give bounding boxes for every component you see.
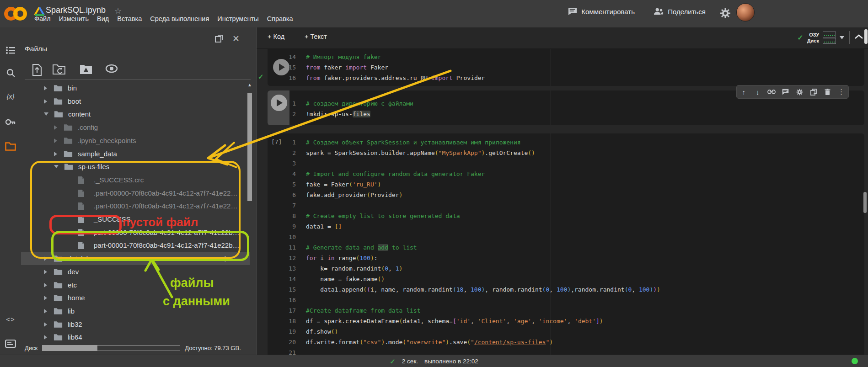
code-line-7[interactable]: 7 — [268, 200, 864, 211]
cell-code[interactable]: 14# Импорт модуля faker15from faker impo… — [268, 52, 864, 83]
tree-row-datalab[interactable]: datalab⋮ — [21, 252, 250, 265]
files-icon[interactable] — [4, 140, 17, 153]
variables-icon[interactable]: {x} — [4, 90, 17, 102]
tree-row-part-00001-70f8c0ab-4c91-4c12-a7f7-41e22b[interactable]: part-00001-70f8c0ab-4c91-4c12-a7f7-41e22… — [21, 239, 250, 252]
settings-gear-icon[interactable] — [720, 8, 731, 19]
toc-icon[interactable] — [4, 44, 17, 57]
code-line-14[interactable]: 14# Импорт модуля faker — [268, 52, 864, 62]
code-line-10[interactable]: 10 — [268, 232, 864, 242]
tree-row-bin[interactable]: bin — [21, 81, 250, 95]
cell-code[interactable]: 1# Создаем объект SparkSession и устанав… — [268, 137, 864, 358]
move-cell-up-icon[interactable]: ↑ — [739, 87, 749, 97]
expand-arrow-icon[interactable] — [44, 86, 47, 90]
menu-среда-выполнения[interactable]: Среда выполнения — [146, 13, 213, 24]
avatar[interactable] — [736, 3, 755, 21]
code-line-11[interactable]: 11# Generate data and add to list — [268, 242, 864, 253]
code-line-16[interactable]: 16from faker.providers.address.ru_RU imp… — [268, 73, 864, 83]
code-line-15[interactable]: 15 data1.append((i, name, random.randint… — [268, 284, 864, 295]
notebook-scrollbar-thumb[interactable] — [864, 29, 868, 44]
add-code-button[interactable]: + Код — [268, 33, 284, 40]
mount-drive-icon[interactable] — [80, 64, 91, 76]
expand-arrow-icon[interactable] — [44, 322, 47, 327]
code-line-17[interactable]: 17#Create dataframe from data list — [268, 305, 864, 316]
expand-arrow-icon[interactable] — [44, 335, 47, 340]
tree-row-lib[interactable]: lib — [21, 304, 250, 318]
delete-cell-icon[interactable] — [822, 87, 832, 97]
expand-arrow-icon[interactable] — [44, 99, 47, 104]
code-line-1[interactable]: 1# создаем директорию с файлами — [268, 98, 864, 109]
cell-scrollbar-thumb[interactable] — [863, 192, 867, 213]
code-cell-imports[interactable]: ✓ 14# Импорт модуля faker15from faker im… — [268, 49, 864, 86]
code-line-12[interactable]: 12for i in range(100): — [268, 253, 864, 263]
cell-settings-gear-icon[interactable] — [794, 87, 804, 97]
expand-arrow-icon[interactable] — [54, 152, 57, 156]
search-icon[interactable] — [4, 66, 17, 79]
code-line-3[interactable]: 3 — [268, 158, 864, 169]
link-cell-icon[interactable] — [766, 87, 777, 97]
expand-arrow-icon[interactable] — [54, 138, 57, 143]
menu-вставка[interactable]: Вставка — [113, 13, 146, 24]
expand-arrow-icon[interactable] — [44, 256, 47, 261]
more-vert-icon[interactable]: ⋮ — [222, 255, 229, 263]
code-snippets-icon[interactable]: <> — [4, 313, 17, 325]
code-line-18[interactable]: 18df = spark.createDataFrame(data1, sche… — [268, 316, 864, 326]
dropdown-icon[interactable] — [840, 36, 844, 42]
code-line-4[interactable]: 4# Import and configure random data gene… — [268, 169, 864, 179]
cell-code[interactable]: 1# создаем директорию с файлами2!mkdir s… — [268, 98, 864, 119]
code-line-5[interactable]: 5fake = Faker('ru_RU') — [268, 179, 864, 190]
expand-arrow-icon[interactable] — [44, 296, 47, 300]
expand-arrow-icon[interactable] — [54, 165, 59, 168]
copy-cell-icon[interactable] — [809, 87, 819, 97]
tree-row-part-00001-70f8c0ab-4c91-4c12-a7f7-41e22[interactable]: .part-00001-70f8c0ab-4c91-4c12-a7f7-41e2… — [21, 199, 250, 213]
comment-button[interactable]: Комментировать — [568, 7, 635, 16]
code-line-6[interactable]: 6fake.add_provider(Provider) — [268, 190, 864, 200]
popout-icon[interactable] — [213, 33, 224, 44]
upload-file-icon[interactable] — [32, 64, 44, 76]
run-cell-button[interactable] — [273, 59, 289, 75]
hide-panel-eye-icon[interactable] — [105, 64, 117, 76]
tree-row-ipynb_checkpoints[interactable]: .ipynb_checkpoints — [21, 134, 250, 147]
resources-widget[interactable]: ✓ ОЗУДиск — [797, 31, 844, 44]
tree-row-part-00000-70f8c0ab-4c91-4c12-a7f7-41e22[interactable]: .part-00000-70f8c0ab-4c91-4c12-a7f7-41e2… — [21, 186, 250, 200]
close-icon[interactable]: ✕ — [230, 33, 241, 44]
expand-arrow-icon[interactable] — [44, 112, 48, 116]
add-text-button[interactable]: + Текст — [305, 33, 327, 40]
code-line-1[interactable]: 1# Создаем объект SparkSession и устанав… — [268, 137, 864, 148]
expand-arrow-icon[interactable] — [54, 125, 57, 130]
expand-arrow-icon[interactable] — [44, 309, 47, 314]
code-line-13[interactable]: 13 k= random.randint(0, 1) — [268, 263, 864, 274]
menu-справка[interactable]: Справка — [263, 13, 297, 24]
scroll-up-icon[interactable]: ▲ — [247, 82, 252, 87]
tree-row-sample_data[interactable]: sample_data — [21, 147, 250, 160]
tree-row-sp-us-files[interactable]: sp-us-files — [21, 160, 250, 173]
menu-файл[interactable]: Файл — [30, 13, 55, 24]
tree-row-content[interactable]: content — [21, 107, 250, 121]
tree-row-home[interactable]: home — [21, 291, 250, 304]
code-line-8[interactable]: 8# Create empty list to store generated … — [268, 211, 864, 221]
share-button[interactable]: Поделиться — [654, 7, 706, 16]
code-cell-spark[interactable]: [7] 1# Создаем объект SparkSession и уст… — [268, 133, 864, 355]
menu-инструменты[interactable]: Инструменты — [213, 13, 263, 24]
code-line-19[interactable]: 19df.show() — [268, 326, 864, 337]
tree-row-_SUCCESS[interactable]: _SUCCESS — [21, 213, 250, 226]
menu-изменить[interactable]: Изменить — [55, 13, 93, 24]
sidebar-scrollbar-thumb[interactable] — [247, 93, 252, 201]
comment-cell-icon[interactable] — [781, 87, 791, 97]
expand-arrow-icon[interactable] — [44, 283, 47, 287]
colab-logo[interactable] — [4, 6, 27, 21]
tree-row-etc[interactable]: etc — [21, 278, 250, 292]
tree-row-config[interactable]: .config — [21, 121, 250, 134]
collapse-icon[interactable] — [854, 34, 863, 39]
code-line-15[interactable]: 15from faker import Faker — [268, 62, 864, 73]
tree-row-part-00000-70f8c0ab-4c91-4c12-a7f7-41e22b[interactable]: part-00000-70f8c0ab-4c91-4c12-a7f7-41e22… — [21, 226, 250, 239]
move-cell-down-icon[interactable]: ↓ — [753, 87, 763, 97]
more-vert-icon[interactable]: ⋮ — [836, 87, 847, 97]
tree-row-_SUCCESScrc[interactable]: ._SUCCESS.crc — [21, 173, 250, 186]
sidebar-scrollbar[interactable]: ▲ ▼ — [246, 82, 253, 367]
code-line-9[interactable]: 9data1 = [] — [268, 221, 864, 232]
tree-row-dev[interactable]: dev — [21, 265, 250, 278]
terminal-icon[interactable] — [4, 337, 17, 350]
run-cell-button[interactable] — [271, 95, 287, 111]
code-line-2[interactable]: 2!mkdir sp-us-files — [268, 109, 864, 119]
code-line-20[interactable]: 20df.write.format("csv").mode("overwrite… — [268, 337, 864, 347]
